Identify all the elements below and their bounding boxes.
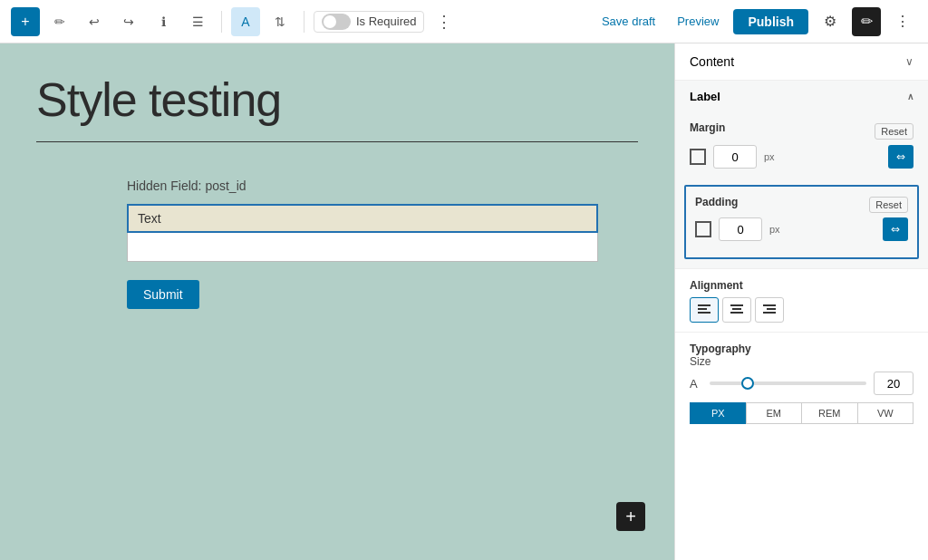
canvas-area: Style testing Hidden Field: post_id Text… [0, 43, 674, 560]
alignment-buttons [690, 297, 914, 323]
margin-unit: px [764, 151, 775, 162]
toolbar-right: Save draft Preview Publish ⚙ ✏ ⋮ [594, 7, 917, 36]
size-section-label: Size [690, 355, 914, 368]
padding-reset-button[interactable]: Reset [869, 197, 908, 213]
size-a-label: A [690, 377, 702, 391]
padding-label: Padding [695, 196, 738, 208]
toolbar-left: + ✏ ↩ ↪ ℹ ☰ A ⇅ Is Required ⋮ [11, 7, 589, 36]
right-panel: Content ∨ Label ∧ Margin Reset px ⇔ [674, 43, 928, 560]
size-slider-track[interactable] [710, 381, 866, 385]
padding-unit: px [769, 224, 780, 235]
add-block-button[interactable]: + [11, 7, 40, 36]
unit-tabs: PX EM REM VW [690, 402, 914, 424]
toggle-label: Is Required [356, 14, 416, 28]
label-subsection-header[interactable]: Label ∧ [675, 81, 928, 112]
label-section-label: Label [690, 90, 720, 103]
svg-rect-6 [763, 304, 776, 306]
content-label: Content [690, 54, 734, 69]
padding-square-icon [695, 221, 711, 237]
margin-reset-button[interactable]: Reset [875, 123, 914, 140]
field-label-text: Text [138, 211, 161, 226]
margin-value-input[interactable] [713, 145, 757, 169]
svg-rect-7 [767, 308, 776, 310]
svg-rect-2 [698, 312, 710, 314]
unit-tab-rem[interactable]: REM [801, 402, 857, 424]
field-label-row[interactable]: Text [127, 204, 598, 233]
typography-section: Typography Size A PX EM REM VW [675, 333, 928, 433]
info-button[interactable]: ℹ [149, 7, 178, 36]
margin-body: Margin Reset px ⇔ [675, 112, 928, 185]
main-toolbar: + ✏ ↩ ↪ ℹ ☰ A ⇅ Is Required ⋮ Save draft… [0, 0, 928, 43]
svg-rect-4 [732, 308, 741, 310]
padding-section: Padding Reset px ⇔ [684, 185, 919, 259]
main-layout: Style testing Hidden Field: post_id Text… [0, 43, 928, 560]
padding-link-button[interactable]: ⇔ [883, 217, 908, 241]
margin-label: Margin [690, 121, 725, 134]
alignment-label: Alignment [690, 279, 743, 292]
canvas-add-block-button[interactable]: + [616, 502, 645, 531]
unit-tab-vw[interactable]: VW [857, 402, 914, 424]
size-slider-thumb[interactable] [741, 377, 754, 390]
settings-button[interactable]: ⚙ [816, 7, 845, 36]
svg-rect-5 [730, 312, 743, 314]
typography-label: Typography [690, 343, 751, 355]
toolbar-divider-2 [304, 11, 304, 33]
align-right-button[interactable] [755, 297, 784, 323]
toolbar-more-button[interactable]: ⋮ [888, 7, 917, 36]
highlight-button[interactable]: A [231, 7, 260, 36]
svg-rect-1 [698, 308, 707, 310]
padding-value-input[interactable] [719, 217, 762, 241]
toggle-knob [324, 15, 336, 28]
size-row: A [690, 372, 914, 395]
svg-rect-3 [730, 304, 743, 306]
submit-button[interactable]: Submit [127, 280, 199, 309]
text-field-input[interactable] [127, 233, 598, 262]
unit-tab-px[interactable]: PX [690, 402, 746, 424]
more-options-button[interactable]: ⋮ [430, 7, 459, 36]
undo-button[interactable]: ↩ [80, 7, 109, 36]
content-section-header[interactable]: Content ∨ [675, 43, 928, 81]
svg-rect-0 [698, 304, 710, 306]
alignment-section: Alignment [675, 269, 928, 333]
toggle-switch[interactable] [322, 14, 351, 30]
page-title: Style testing [36, 72, 638, 127]
label-chevron: ∧ [907, 92, 914, 101]
unit-tab-em[interactable]: EM [746, 402, 802, 424]
editor-mode-button[interactable]: ✏ [852, 7, 881, 36]
publish-button[interactable]: Publish [733, 9, 808, 34]
padding-row: px ⇔ [695, 217, 908, 241]
pencil-tool-button[interactable]: ✏ [45, 7, 74, 36]
align-center-button[interactable] [722, 297, 751, 323]
save-draft-button[interactable]: Save draft [594, 11, 662, 32]
margin-square-icon [690, 149, 706, 165]
size-value-input[interactable] [874, 372, 914, 395]
canvas-divider [36, 141, 638, 142]
list-view-button[interactable]: ☰ [183, 7, 212, 36]
margin-row: px ⇔ [690, 145, 914, 169]
redo-button[interactable]: ↪ [114, 7, 143, 36]
margin-link-button[interactable]: ⇔ [888, 145, 914, 169]
preview-button[interactable]: Preview [670, 11, 726, 32]
text-field-group: Text [127, 204, 638, 262]
hidden-field-label: Hidden Field: post_id [127, 179, 638, 193]
arrows-button[interactable]: ⇅ [266, 7, 295, 36]
toolbar-divider [221, 11, 222, 33]
label-subsection: Label ∧ Margin Reset px ⇔ Paddi [675, 81, 928, 269]
align-left-button[interactable] [690, 297, 719, 323]
is-required-toggle[interactable]: Is Required [314, 11, 424, 33]
svg-rect-8 [763, 312, 776, 314]
content-chevron: ∨ [905, 55, 914, 68]
form-area: Text Submit [127, 204, 638, 309]
